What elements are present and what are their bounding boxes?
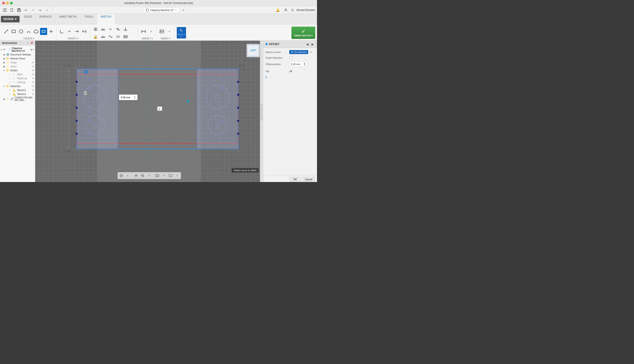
tree-item-sketch2[interactable]: ▶ □ 📐 Sketch2 👁	[0, 92, 35, 96]
zoom-btn[interactable]	[140, 173, 146, 178]
inspect-dropdown-btn[interactable]: ▾	[147, 28, 154, 35]
arc-tool-btn[interactable]	[25, 28, 32, 35]
collinear-btn[interactable]	[100, 26, 107, 33]
tangent-btn[interactable]	[100, 33, 107, 40]
extend-btn[interactable]	[73, 28, 80, 35]
pan-btn[interactable]	[133, 173, 139, 178]
flip-btn[interactable]: ⇄	[289, 69, 292, 73]
zoom-dropdown-btn[interactable]: ▾	[146, 173, 152, 178]
tree-item-origin[interactable]: ▶ 📁 Origin 👁	[0, 60, 35, 64]
navigate-dropdown-btn[interactable]: ▾	[125, 173, 131, 178]
notifications-btn[interactable]: 🔔	[275, 7, 281, 13]
clear-selection-btn[interactable]: ✕	[309, 50, 313, 54]
panel-next-btn[interactable]: ▶	[310, 42, 315, 46]
rectangle-tool-btn[interactable]	[10, 28, 17, 35]
tree-item-joints[interactable]: ▶ 📁 Joints 👁	[0, 64, 35, 68]
info-icon[interactable]: ℹ	[266, 76, 267, 79]
offset-increment-btn[interactable]: ▲	[134, 96, 136, 97]
tree-item-base[interactable]: ▶ □ □ Base 👁	[0, 72, 35, 76]
tab-surface[interactable]: SURFACE	[36, 14, 56, 24]
sketches-visibility-icon[interactable]: 👁	[32, 85, 34, 88]
line-tool-btn[interactable]	[3, 28, 10, 35]
maximize-window-btn[interactable]	[10, 2, 13, 4]
origin-visibility-icon[interactable]: 👁	[32, 61, 34, 64]
bodies-visibility-icon[interactable]: 👁	[32, 69, 34, 72]
tree-item-root[interactable]: ▾ ▾ 📄 Clapping Machine v3 ★ ⟳	[0, 46, 35, 52]
account-btn[interactable]	[283, 7, 289, 13]
undo-dropdown-btn[interactable]: ▾	[30, 7, 36, 13]
close-window-btn[interactable]	[2, 2, 5, 4]
insert-dropdown-btn[interactable]: ▾	[166, 28, 173, 35]
tree-item-rightleg[interactable]: ▶ □ □ RightLeg 👁	[0, 76, 35, 80]
tab-sheet-metal[interactable]: SHEET METAL	[56, 14, 81, 24]
concentric-btn[interactable]: ═	[107, 26, 114, 33]
tree-item-named-views[interactable]: ▶ 📁 Named Views	[0, 56, 35, 60]
tab-sketch[interactable]: SKETCH	[97, 14, 115, 24]
display-dropdown-btn[interactable]: ▾	[161, 173, 167, 178]
sketch1-visibility-icon[interactable]: 👁	[32, 89, 34, 92]
design-mode-btn[interactable]: DESIGN ▼	[1, 16, 20, 22]
base-visibility-icon[interactable]: 👁	[32, 73, 34, 76]
panel-prev-btn[interactable]: ◀	[305, 42, 310, 46]
tab-tools[interactable]: TOOLS	[81, 14, 97, 24]
joints-visibility-icon[interactable]: 👁	[32, 65, 34, 68]
fillet-tool-btn[interactable]	[58, 28, 65, 35]
offset-value-tooltip[interactable]: ▲ ▼	[119, 94, 138, 100]
redo-btn[interactable]: ↪	[37, 7, 43, 13]
sketch-curves-selected-btn[interactable]: 24 selected	[289, 50, 308, 54]
sketch-canvas[interactable]: R1.00 R1.00 R1.00	[35, 41, 263, 182]
rightleg-visibility-icon[interactable]: 👁	[32, 77, 34, 80]
finish-sketch-btn[interactable]: ✓ FINISH SKETCH ▾	[291, 26, 315, 39]
polygon-tool-btn[interactable]	[33, 28, 40, 35]
trim-modify-btn[interactable]: ✂	[66, 28, 73, 35]
circle-tool-btn[interactable]	[18, 28, 25, 35]
undo-btn[interactable]: ↩	[23, 7, 29, 13]
dimension-btn[interactable]	[140, 28, 147, 35]
app-menu-btn[interactable]	[2, 7, 8, 13]
browser-options-btn[interactable]: ⋮	[27, 42, 29, 44]
add-tab-btn[interactable]: +	[180, 7, 187, 13]
lock-btn[interactable]: 🔒	[92, 33, 99, 40]
offset-value-input[interactable]	[121, 96, 133, 99]
tree-item-leftleg[interactable]: ▶ □ □ LeftLeg 👁	[0, 80, 35, 84]
insert-image-btn[interactable]	[158, 28, 165, 35]
active-document-tab[interactable]: Clapping Machine v3* ✕	[143, 8, 180, 13]
select-tool-btn[interactable]: ↖ SELECT ▾	[177, 27, 186, 38]
save-btn[interactable]	[16, 7, 22, 13]
close-tab-btn[interactable]: ✕	[175, 9, 177, 11]
symmetry-btn[interactable]	[114, 33, 121, 40]
tree-item-sketch1[interactable]: ▶ □ 📐 Sketch1 👁	[0, 88, 35, 92]
navigate-camera-btn[interactable]	[118, 173, 124, 178]
browser-pin-btn[interactable]: 📌	[30, 42, 33, 44]
offset-position-input[interactable]: 0.30 mm ▲ ▼	[289, 62, 307, 67]
tree-item-doc-settings[interactable]: ▶ ⚙️ Document Settings	[0, 52, 35, 56]
redo-dropdown-btn[interactable]: ▾	[44, 7, 50, 13]
position-down-btn[interactable]: ▼	[304, 64, 305, 66]
new-file-btn[interactable]	[9, 7, 15, 13]
tree-item-bodies[interactable]: ▾ 📁 Bodies 👁	[0, 68, 35, 72]
mirror-btn[interactable]	[81, 28, 88, 35]
offset-decrement-btn[interactable]: ▼	[134, 97, 136, 99]
cancel-button[interactable]: Cancel	[302, 177, 315, 182]
tab-solid[interactable]: SOLID	[21, 14, 36, 24]
appearance-btn[interactable]	[167, 173, 174, 178]
tree-item-tower[interactable]: ▶ 📁 🔗 TOWER PRO MG-995, ANA...	[0, 96, 35, 102]
collapse-browser-btn[interactable]: ◀	[2, 42, 4, 44]
parallel-btn[interactable]	[114, 26, 121, 33]
minimize-window-btn[interactable]	[6, 2, 9, 4]
trim-tool-btn[interactable]	[48, 28, 55, 35]
canvas-area[interactable]: R1.00 R1.00 R1.00	[35, 41, 263, 182]
perpendicular-btn[interactable]	[122, 26, 129, 33]
sketch2-visibility-icon[interactable]: 👁	[32, 93, 34, 96]
leftleg-visibility-icon[interactable]: 👁	[32, 81, 34, 84]
ok-button[interactable]: OK	[290, 177, 301, 182]
coincident-btn[interactable]	[92, 26, 99, 33]
appearance-dropdown-btn[interactable]: ▾	[174, 173, 180, 178]
tree-item-sketches[interactable]: ▾ 📁 Sketches 👁	[0, 84, 35, 88]
view-cube[interactable]: LEFT ↑ ↓ ← →	[246, 43, 261, 58]
chain-selection-checkbox[interactable]	[289, 56, 292, 59]
offset-tool-btn[interactable]	[40, 28, 47, 35]
display-settings-btn[interactable]	[154, 173, 160, 178]
smooth-btn[interactable]	[107, 33, 114, 40]
equal-btn[interactable]	[122, 33, 129, 40]
